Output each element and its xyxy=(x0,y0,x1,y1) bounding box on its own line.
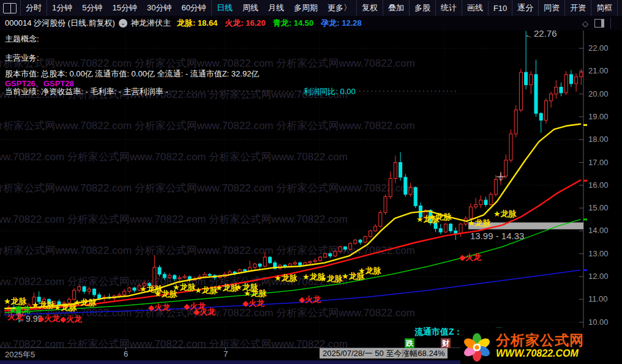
candlestick-chart[interactable] xyxy=(0,31,622,347)
stock-info-bar: 000014 沙河股份 (日线.前复权) ⌄ 神龙潜伏主 龙脉: 18.64火龙… xyxy=(0,16,622,31)
x-axis-label: 6 xyxy=(124,349,128,358)
menu-item-21[interactable]: 小窗 xyxy=(617,0,622,16)
menu-item-1[interactable]: 1分钟 xyxy=(47,0,77,16)
menu-item-7[interactable]: 周线 xyxy=(238,0,263,16)
flower-logo-icon xyxy=(460,330,493,363)
menu-item-10[interactable]: 更多〉 xyxy=(323,0,356,16)
bottom-scroll-strip[interactable] xyxy=(0,360,465,364)
menu-item-17[interactable]: 逐分 xyxy=(512,0,538,16)
menu-item-9[interactable]: 多周期 xyxy=(289,0,323,16)
date-info-tooltip: 2025/07/28/一 50 至今涨幅68.24% xyxy=(320,348,448,358)
site-logo: 分析家公式网 WWW.70822.COM xyxy=(460,328,622,364)
logo-site-name: 分析家公式网 xyxy=(496,333,584,347)
menu-item-13[interactable]: 多股 xyxy=(409,0,435,16)
x-axis-tick xyxy=(126,347,126,350)
ma-line-孕龙 xyxy=(5,270,580,315)
ma-line-火龙 xyxy=(5,180,580,311)
menu-item-18[interactable]: 同资 xyxy=(538,0,564,16)
indicator-value-3: 孕龙: 12.28 xyxy=(321,18,361,28)
top-menubar: 分时1分钟5分钟15分钟30分钟60分钟日线周线月线多周期更多〉复权叠加多股统计… xyxy=(0,0,622,17)
ma-line-龙脉 xyxy=(5,124,580,308)
menu-item-8[interactable]: 月线 xyxy=(263,0,289,16)
finance-badge[interactable]: 财 xyxy=(441,338,451,348)
fall-badge[interactable]: 跌 xyxy=(405,338,414,348)
x-axis-tick xyxy=(225,347,226,350)
divider xyxy=(610,18,611,29)
indicator-name[interactable]: 神龙潜伏主 xyxy=(131,18,171,29)
stock-chart-app: 分时1分钟5分钟15分钟30分钟60分钟日线周线月线多周期更多〉复权叠加多股统计… xyxy=(0,0,622,364)
menu-item-3[interactable]: 15分钟 xyxy=(107,0,141,16)
menu-item-12[interactable]: 叠加 xyxy=(383,0,409,16)
stock-title: 000014 沙河股份 (日线.前复权) xyxy=(5,18,115,29)
menu-item-4[interactable]: 30分钟 xyxy=(142,0,176,16)
x-axis-label: 2025年5 xyxy=(5,349,35,360)
window-layout-icon[interactable] xyxy=(3,3,17,13)
split-pane-icon[interactable] xyxy=(594,19,604,28)
logo-site-url: WWW.70822.COM xyxy=(496,347,584,359)
menu-item-0[interactable]: 分时 xyxy=(20,0,47,16)
indicator-value-2: 青龙: 14.50 xyxy=(273,18,313,28)
indicator-value-1: 火龙: 16.20 xyxy=(225,18,265,28)
menu-item-19[interactable]: 开资 xyxy=(564,0,591,16)
menu-item-6[interactable]: 日线 xyxy=(211,0,238,16)
indicator-values: 龙脉: 18.64火龙: 16.20青龙: 14.50孕龙: 12.28 xyxy=(177,18,369,29)
menu-item-2[interactable]: 5分钟 xyxy=(77,0,107,16)
menu-item-11[interactable]: 复权 xyxy=(356,0,383,16)
chevron-down-icon[interactable]: ⌄ xyxy=(119,19,127,28)
menu-item-14[interactable]: 统计 xyxy=(435,0,462,16)
menu-item-5[interactable]: 60分钟 xyxy=(176,0,211,16)
candles xyxy=(7,31,583,322)
x-axis-label: 7 xyxy=(223,349,228,358)
indicator-value-0: 龙脉: 18.64 xyxy=(177,18,217,28)
menu-item-16[interactable]: F10 xyxy=(488,1,512,15)
menu-item-20[interactable]: 简框 xyxy=(591,0,617,16)
diamond-icon[interactable]: ◇ xyxy=(582,19,588,28)
menu-item-15[interactable]: 画线 xyxy=(462,0,488,16)
